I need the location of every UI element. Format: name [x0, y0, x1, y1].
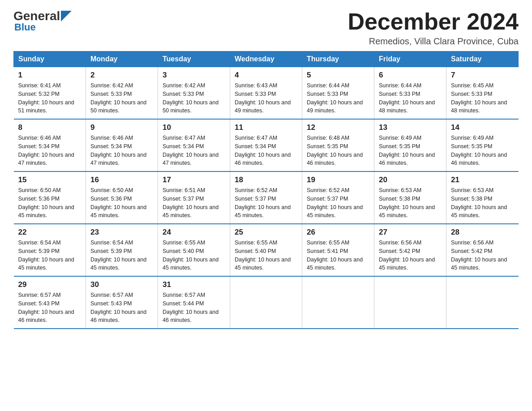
column-header-friday: Friday [374, 51, 446, 67]
calendar-cell: 29Sunrise: 6:57 AMSunset: 5:43 PMDayligh… [14, 276, 86, 329]
calendar-table: SundayMondayTuesdayWednesdayThursdayFrid… [13, 51, 519, 329]
day-info: Sunrise: 6:44 AMSunset: 5:33 PMDaylight:… [307, 81, 369, 115]
day-number: 16 [90, 176, 153, 184]
day-info: Sunrise: 6:42 AMSunset: 5:33 PMDaylight:… [90, 81, 153, 115]
column-header-monday: Monday [86, 51, 158, 67]
day-number: 8 [18, 123, 82, 132]
day-number: 6 [379, 71, 442, 80]
day-info: Sunrise: 6:47 AMSunset: 5:34 PMDaylight:… [235, 134, 297, 167]
day-info: Sunrise: 6:52 AMSunset: 5:37 PMDaylight:… [307, 186, 369, 220]
day-number: 23 [90, 228, 153, 237]
calendar-cell [302, 276, 374, 329]
column-header-thursday: Thursday [302, 51, 374, 67]
calendar-cell: 8Sunrise: 6:46 AMSunset: 5:34 PMDaylight… [14, 119, 86, 171]
day-info: Sunrise: 6:53 AMSunset: 5:38 PMDaylight:… [451, 186, 514, 220]
day-number: 4 [235, 71, 297, 80]
day-number: 24 [163, 228, 225, 237]
calendar-cell [374, 276, 446, 329]
day-info: Sunrise: 6:49 AMSunset: 5:35 PMDaylight:… [379, 134, 442, 167]
day-number: 27 [379, 228, 442, 237]
page-header: General Blue December 2024 Remedios, Vil… [13, 9, 519, 47]
calendar-cell: 23Sunrise: 6:54 AMSunset: 5:39 PMDayligh… [86, 224, 158, 276]
logo-triangle-icon [61, 11, 72, 21]
day-info: Sunrise: 6:54 AMSunset: 5:39 PMDaylight:… [90, 239, 153, 272]
calendar-cell: 30Sunrise: 6:57 AMSunset: 5:43 PMDayligh… [86, 276, 158, 329]
day-info: Sunrise: 6:49 AMSunset: 5:35 PMDaylight:… [451, 134, 514, 167]
day-info: Sunrise: 6:57 AMSunset: 5:43 PMDaylight:… [18, 291, 82, 325]
day-number: 11 [235, 123, 297, 132]
day-info: Sunrise: 6:53 AMSunset: 5:38 PMDaylight:… [379, 186, 442, 220]
day-info: Sunrise: 6:44 AMSunset: 5:33 PMDaylight:… [379, 81, 442, 115]
day-info: Sunrise: 6:45 AMSunset: 5:33 PMDaylight:… [451, 81, 514, 115]
calendar-cell: 3Sunrise: 6:42 AMSunset: 5:33 PMDaylight… [158, 67, 230, 120]
day-number: 20 [379, 176, 442, 184]
calendar-week-row: 1Sunrise: 6:41 AMSunset: 5:32 PMDaylight… [14, 67, 519, 120]
day-number: 1 [18, 71, 82, 80]
column-header-tuesday: Tuesday [158, 51, 230, 67]
calendar-cell: 7Sunrise: 6:45 AMSunset: 5:33 PMDaylight… [446, 67, 519, 120]
day-info: Sunrise: 6:55 AMSunset: 5:40 PMDaylight:… [163, 239, 225, 272]
day-number: 3 [163, 71, 225, 80]
day-info: Sunrise: 6:51 AMSunset: 5:37 PMDaylight:… [163, 186, 225, 220]
calendar-cell: 2Sunrise: 6:42 AMSunset: 5:33 PMDaylight… [86, 67, 158, 120]
day-number: 17 [163, 176, 225, 184]
day-number: 12 [307, 123, 369, 132]
day-number: 18 [235, 176, 297, 184]
column-header-sunday: Sunday [14, 51, 86, 67]
day-number: 9 [90, 123, 153, 132]
day-number: 28 [451, 228, 514, 237]
day-info: Sunrise: 6:56 AMSunset: 5:42 PMDaylight:… [451, 239, 514, 272]
day-number: 15 [18, 176, 82, 184]
logo: General Blue [13, 9, 72, 33]
column-header-wednesday: Wednesday [230, 51, 302, 67]
calendar-cell: 21Sunrise: 6:53 AMSunset: 5:38 PMDayligh… [446, 171, 519, 224]
calendar-cell: 11Sunrise: 6:47 AMSunset: 5:34 PMDayligh… [230, 119, 302, 171]
day-number: 31 [163, 280, 225, 289]
calendar-cell: 28Sunrise: 6:56 AMSunset: 5:42 PMDayligh… [446, 224, 519, 276]
day-info: Sunrise: 6:52 AMSunset: 5:37 PMDaylight:… [235, 186, 297, 220]
calendar-cell: 9Sunrise: 6:46 AMSunset: 5:34 PMDaylight… [86, 119, 158, 171]
day-number: 14 [451, 123, 514, 132]
calendar-week-row: 15Sunrise: 6:50 AMSunset: 5:36 PMDayligh… [14, 171, 519, 224]
logo-subtitle: Blue [14, 21, 36, 33]
day-info: Sunrise: 6:46 AMSunset: 5:34 PMDaylight:… [90, 134, 153, 167]
calendar-cell: 13Sunrise: 6:49 AMSunset: 5:35 PMDayligh… [374, 119, 446, 171]
calendar-cell: 31Sunrise: 6:57 AMSunset: 5:44 PMDayligh… [158, 276, 230, 329]
day-number: 2 [90, 71, 153, 80]
calendar-cell: 6Sunrise: 6:44 AMSunset: 5:33 PMDaylight… [374, 67, 446, 120]
calendar-week-row: 29Sunrise: 6:57 AMSunset: 5:43 PMDayligh… [14, 276, 519, 329]
day-number: 29 [18, 280, 82, 289]
calendar-cell: 27Sunrise: 6:56 AMSunset: 5:42 PMDayligh… [374, 224, 446, 276]
calendar-cell [446, 276, 519, 329]
calendar-week-row: 22Sunrise: 6:54 AMSunset: 5:39 PMDayligh… [14, 224, 519, 276]
day-number: 30 [90, 280, 153, 289]
location: Remedios, Villa Clara Province, Cuba [348, 36, 519, 47]
day-info: Sunrise: 6:55 AMSunset: 5:41 PMDaylight:… [307, 239, 369, 272]
day-number: 25 [235, 228, 297, 237]
calendar-cell: 26Sunrise: 6:55 AMSunset: 5:41 PMDayligh… [302, 224, 374, 276]
calendar-cell: 16Sunrise: 6:50 AMSunset: 5:36 PMDayligh… [86, 171, 158, 224]
day-info: Sunrise: 6:43 AMSunset: 5:33 PMDaylight:… [235, 81, 297, 115]
calendar-cell: 18Sunrise: 6:52 AMSunset: 5:37 PMDayligh… [230, 171, 302, 224]
calendar-cell: 4Sunrise: 6:43 AMSunset: 5:33 PMDaylight… [230, 67, 302, 120]
day-info: Sunrise: 6:50 AMSunset: 5:36 PMDaylight:… [90, 186, 153, 220]
title-section: December 2024 Remedios, Villa Clara Prov… [348, 9, 519, 47]
calendar-cell: 5Sunrise: 6:44 AMSunset: 5:33 PMDaylight… [302, 67, 374, 120]
calendar-cell: 24Sunrise: 6:55 AMSunset: 5:40 PMDayligh… [158, 224, 230, 276]
day-number: 10 [163, 123, 225, 132]
day-info: Sunrise: 6:41 AMSunset: 5:32 PMDaylight:… [18, 81, 82, 115]
calendar-cell: 14Sunrise: 6:49 AMSunset: 5:35 PMDayligh… [446, 119, 519, 171]
day-info: Sunrise: 6:50 AMSunset: 5:36 PMDaylight:… [18, 186, 82, 220]
day-info: Sunrise: 6:57 AMSunset: 5:44 PMDaylight:… [163, 291, 225, 325]
calendar-cell: 19Sunrise: 6:52 AMSunset: 5:37 PMDayligh… [302, 171, 374, 224]
calendar-cell: 25Sunrise: 6:55 AMSunset: 5:40 PMDayligh… [230, 224, 302, 276]
day-info: Sunrise: 6:54 AMSunset: 5:39 PMDaylight:… [18, 239, 82, 272]
day-number: 26 [307, 228, 369, 237]
calendar-cell: 20Sunrise: 6:53 AMSunset: 5:38 PMDayligh… [374, 171, 446, 224]
calendar-cell: 22Sunrise: 6:54 AMSunset: 5:39 PMDayligh… [14, 224, 86, 276]
calendar-cell: 17Sunrise: 6:51 AMSunset: 5:37 PMDayligh… [158, 171, 230, 224]
column-header-saturday: Saturday [446, 51, 519, 67]
month-title: December 2024 [348, 9, 519, 34]
calendar-cell: 10Sunrise: 6:47 AMSunset: 5:34 PMDayligh… [158, 119, 230, 171]
day-number: 21 [451, 176, 514, 184]
